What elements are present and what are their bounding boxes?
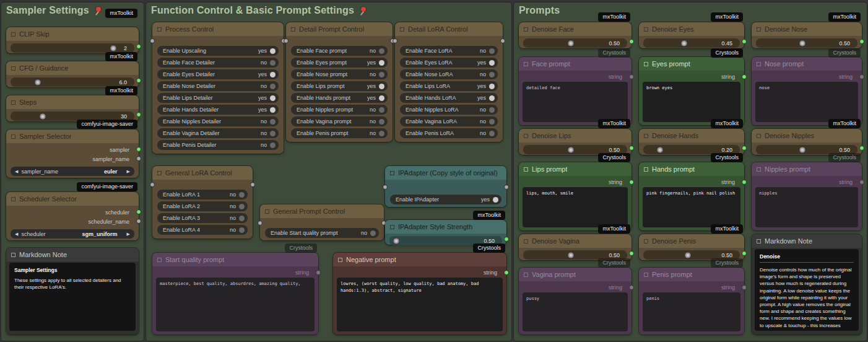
toggle-knob[interactable]: [489, 48, 495, 54]
toggle-enable-nose-prompt[interactable]: Enable Nose promptno: [291, 69, 388, 79]
collapse-icon[interactable]: [265, 209, 269, 214]
node-detail-lora-control[interactable]: Detail LoRA ControlEnable Face LoRAnoEna…: [395, 22, 503, 142]
collapse-icon[interactable]: [524, 167, 528, 172]
collapse-icon[interactable]: [11, 253, 15, 257]
collapse-icon[interactable]: [390, 171, 394, 175]
collapse-icon[interactable]: [757, 167, 761, 172]
slider-knob[interactable]: [680, 40, 687, 46]
node-ipadapter-copy-style-of-original[interactable]: IPAdapter (Copy style of original)Enable…: [385, 166, 506, 207]
slider-widget[interactable]: 0.50: [756, 38, 857, 48]
toggle-enable-nipples-lora[interactable]: Enable Nipples LoRAno: [400, 105, 498, 115]
collapse-icon[interactable]: [157, 171, 162, 175]
slider-widget[interactable]: 0.45: [643, 38, 740, 48]
node-lips-prompt[interactable]: Lips promptstringlips, mouth, smile: [519, 162, 631, 230]
output-dot[interactable]: [742, 180, 747, 185]
toggle-knob[interactable]: [379, 107, 384, 113]
slider-knob[interactable]: [568, 146, 575, 153]
toggle-knob[interactable]: [489, 60, 495, 66]
toggle-knob[interactable]: [379, 84, 384, 89]
node-clip-skip[interactable]: CLIP Skip2: [6, 27, 139, 53]
toggle-enable-face-prompt[interactable]: Enable Face promptno: [291, 46, 388, 56]
node-denoise-face[interactable]: Denoise Face0.50: [519, 22, 631, 48]
toggle-knob[interactable]: [489, 72, 495, 77]
toggle-enable-penis-detailer[interactable]: Enable Penis Detailerno: [157, 140, 279, 150]
collapse-icon[interactable]: [524, 273, 528, 277]
toggle-enable-face-detailer[interactable]: Enable Face Detailerno: [157, 58, 279, 68]
output-dot[interactable]: [742, 74, 747, 79]
output-dot[interactable]: [629, 39, 634, 44]
prompt-textarea[interactable]: nose: [755, 82, 858, 122]
combo-widget[interactable]: ◀schedulersgm_uniform▶: [11, 229, 134, 239]
node-denoise-nipples[interactable]: Denoise Nipples0.50: [752, 129, 862, 155]
toggle-enable-face-lora[interactable]: Enable Face LoRAno: [400, 46, 498, 56]
node-sampler-selector[interactable]: Sampler Selectorsamplersampler_name◀samp…: [6, 129, 139, 178]
collapse-icon[interactable]: [524, 62, 528, 66]
output-dot[interactable]: [859, 146, 864, 151]
output-dot[interactable]: [136, 219, 141, 224]
collapse-icon[interactable]: [157, 27, 162, 32]
node-markdown-note[interactable]: Markdown NoteSampler SettingsThese setti…: [6, 248, 139, 335]
toggle-enable-lora-4[interactable]: Enable LoRA 4no: [157, 225, 248, 235]
toggle-knob[interactable]: [489, 107, 495, 113]
toggle-knob[interactable]: [270, 131, 276, 136]
collapse-icon[interactable]: [757, 134, 761, 138]
prompt-textarea[interactable]: penis: [643, 292, 740, 331]
combo-widget[interactable]: ◀sampler_nameeuler▶: [11, 167, 134, 176]
collapse-icon[interactable]: [524, 27, 528, 32]
slider-knob[interactable]: [393, 237, 399, 244]
output-dot[interactable]: [742, 251, 747, 256]
collapse-icon[interactable]: [400, 27, 404, 32]
toggle-knob[interactable]: [270, 84, 276, 89]
toggle-enable-lora-3[interactable]: Enable LoRA 3no: [157, 213, 248, 223]
toggle-knob[interactable]: [379, 72, 384, 77]
input-dot[interactable]: [383, 185, 388, 190]
prompt-textarea[interactable]: masterpiece, best quality, absurdres, am…: [156, 278, 315, 331]
prompt-textarea[interactable]: nipples: [755, 187, 858, 227]
node-hands-prompt[interactable]: Hands promptstringpink fingernails, pink…: [639, 162, 744, 230]
combo-next-arrow-icon[interactable]: ▶: [127, 232, 130, 236]
toggle-knob[interactable]: [239, 227, 245, 233]
slider-knob[interactable]: [110, 45, 117, 51]
input-dot[interactable]: [150, 38, 155, 43]
toggle-enable-lora-1[interactable]: Enable LoRA 1no: [157, 190, 248, 200]
output-dot[interactable]: [742, 285, 747, 290]
toggle-enable-nose-lora[interactable]: Enable Nose LoRAno: [400, 69, 498, 79]
prompt-textarea[interactable]: pussy: [523, 292, 628, 331]
collapse-icon[interactable]: [11, 32, 15, 37]
collapse-icon[interactable]: [291, 27, 295, 32]
collapse-icon[interactable]: [644, 167, 648, 172]
prompt-textarea[interactable]: brown eyes: [643, 82, 740, 122]
slider-knob[interactable]: [684, 252, 691, 258]
toggle-enable-eyes-lora[interactable]: Enable Eyes LoRAyes: [400, 58, 498, 68]
output-dot[interactable]: [316, 270, 321, 275]
output-dot[interactable]: [859, 39, 864, 44]
toggle-knob[interactable]: [270, 72, 276, 77]
toggle-enable-vagina-detailer[interactable]: Enable Vagina Detailerno: [157, 128, 279, 138]
toggle-knob[interactable]: [489, 95, 495, 101]
node-face-prompt[interactable]: Face promptstringdetailed face: [519, 57, 631, 125]
output-dot[interactable]: [136, 44, 141, 49]
collapse-icon[interactable]: [644, 134, 648, 138]
output-dot[interactable]: [500, 38, 505, 43]
toggle-enable-nipples-prompt[interactable]: Enable Nipples promptno: [291, 105, 388, 115]
input-dot[interactable]: [258, 221, 263, 226]
toggle-enable-penis-lora[interactable]: Enable Penis LoRAno: [400, 128, 498, 138]
output-dot[interactable]: [136, 156, 141, 161]
node-cfg-guidance[interactable]: CFG / Guidance6.0: [6, 61, 139, 87]
node-steps[interactable]: Steps30: [6, 95, 139, 121]
node-penis-prompt[interactable]: Penis promptstringpenis: [639, 268, 744, 335]
node-general-lora-control[interactable]: General LoRA ControlEnable LoRA 1noEnabl…: [152, 166, 253, 239]
output-dot[interactable]: [742, 39, 747, 44]
output-dot[interactable]: [504, 270, 509, 275]
toggle-knob[interactable]: [379, 60, 384, 66]
input-dot[interactable]: [150, 182, 155, 187]
toggle-enable-vagina-prompt[interactable]: Enable Vagina promptno: [291, 116, 388, 126]
output-dot[interactable]: [504, 237, 509, 242]
output-dot[interactable]: [629, 74, 634, 79]
combo-prev-arrow-icon[interactable]: ◀: [15, 169, 18, 173]
collapse-icon[interactable]: [757, 27, 761, 32]
toggle-knob[interactable]: [270, 60, 276, 66]
prompt-textarea[interactable]: lowres, (worst quality, low quality, bad…: [337, 278, 503, 331]
node-ipadapter-style-strength[interactable]: IPAdapter Style Strength0.50: [385, 220, 506, 245]
collapse-icon[interactable]: [11, 134, 15, 139]
